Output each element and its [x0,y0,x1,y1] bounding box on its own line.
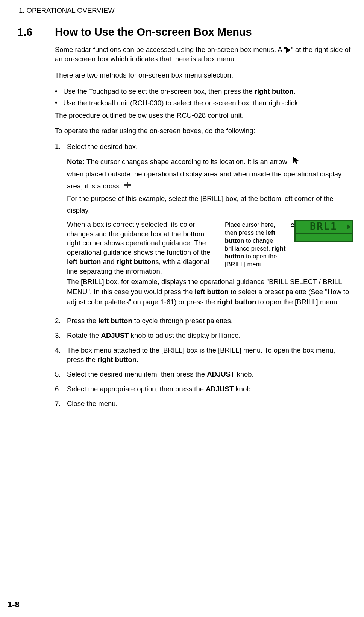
followup-bold: right button [217,298,256,306]
step-7: 7. Close the menu. [55,399,353,409]
note-text-e: For the purpose of this example, select … [67,195,334,214]
figure-wrap: When a box is correctly selected, its co… [67,220,353,277]
followup-bold: left button [195,288,229,296]
bullet-marker: • [55,87,63,96]
bullet-content: Use the trackball unit (RCU-030) to sele… [63,99,300,108]
fig-bold: right button [117,258,156,266]
fig-text: When a box is correctly selected, its co… [67,220,211,257]
step-bold: left button [98,317,132,325]
leader-line-icon [286,225,292,225]
numbered-list: 1. Select the desired box. Note: The cur… [8,142,356,409]
note-label: Note: [67,158,85,166]
step-content: Select the appropriate option, then pres… [67,384,353,394]
step-content: The box menu attached to the [BRILL] box… [67,346,353,365]
section-heading: 1.6 How to Use the On-screen Box Menus [8,26,356,38]
brl-box: BRL1 [294,220,353,242]
step-bold: right button [97,356,136,363]
step-number: 4. [55,346,67,365]
brl-box-top: BRL1 [294,220,353,234]
cross-cursor-icon [124,181,131,192]
bullet-item-2: • Use the trackball unit (RCU-030) to se… [55,99,353,108]
step-1a: Select the desired box. [67,142,353,152]
step-number: 5. [55,370,67,379]
brl-arrow-icon [347,224,350,230]
brl-box-bottom [294,234,353,242]
step-text: Select the desired menu item, then press… [67,370,207,378]
fig-text: and [101,258,116,266]
step-text: knob to adjust the display brilliance. [129,331,241,339]
note-text-b: The cursor changes shape according to it… [85,158,287,166]
bullet-item-1: • Use the Touchpad to select the on-scre… [55,87,353,96]
section-title: How to Use the On-screen Box Menus [55,26,252,38]
brl-label: BRL1 [310,220,337,233]
chapter-header: 1. OPERATIONAL OVERVIEW [8,6,356,15]
bullet-marker: • [55,99,63,108]
fig-bold: left button [67,258,101,266]
step-bold: ADJUST [206,385,234,393]
step-1-followup: The [BRILL] box, for example, displays t… [67,277,353,307]
bullet-list: • Use the Touchpad to select the on-scre… [8,87,356,108]
step-text: . [136,356,138,363]
step-text: to cycle through preset palettes. [132,317,233,325]
intro-text-a: Some radar functions can be accessed usi… [55,46,286,53]
followup-text: to open the [BRILL] menu. [256,298,339,306]
figure-left-text: When a box is correctly selected, its co… [67,220,225,277]
step-number: 6. [55,384,67,394]
step-content: Select the desired box. Note: The cursor… [67,142,353,311]
note-text-c: when placed outside the operational disp… [67,170,341,190]
step-text: Select the appropriate option, then pres… [67,385,206,393]
intro-paragraph-1: Some radar functions can be accessed usi… [8,45,356,64]
figure-caption: Place cursor here, then press the left b… [225,220,286,269]
step-number: 3. [55,331,67,340]
section-number: 1.6 [17,26,55,38]
step-text: Press the [67,317,98,325]
step-text: knob. [234,385,252,393]
step-1: 1. Select the desired box. Note: The cur… [55,142,353,311]
step-text: knob. [235,370,253,378]
step-number: 2. [55,316,67,326]
step-number: 7. [55,399,67,409]
intro-paragraph-2: There are two methods for on-screen box … [8,71,356,80]
arrow-cursor-icon [292,156,300,168]
procedure-line-1: The procedure outlined below uses the RC… [8,111,356,120]
step-1-note: Note: The cursor changes shape according… [67,156,353,216]
step-bold: ADJUST [207,370,235,378]
step-content: Select the desired menu item, then press… [67,370,353,379]
step-bold: ADJUST [101,331,129,339]
procedure-line-2: To operate the radar using the on-screen… [8,126,356,136]
step-number: 1. [55,142,67,311]
bullet-bold: right button [255,87,294,95]
bullet-content: Use the Touchpad to select the on-screen… [63,87,296,96]
step-2: 2. Press the left button to cycle throug… [55,316,353,326]
step-5: 5. Select the desired menu item, then pr… [55,370,353,379]
bullet-text: Use the Touchpad to select the on-screen… [63,87,255,95]
step-4: 4. The box menu attached to the [BRILL] … [55,346,353,365]
step-6: 6. Select the appropriate option, then p… [55,384,353,394]
note-text-d: . [135,182,137,190]
play-triangle-icon [286,47,291,53]
svg-rect-1 [124,184,131,186]
page-number: 1-8 [8,600,20,609]
step-content: Press the left button to cycle through p… [67,316,353,326]
step-3: 3. Rotate the ADJUST knob to adjust the … [55,331,353,340]
step-content: Rotate the ADJUST knob to adjust the dis… [67,331,353,340]
figure-right: Place cursor here, then press the left b… [225,220,353,269]
bullet-text-end: . [294,87,296,95]
step-content: Close the menu. [67,399,353,409]
step-text: Rotate the [67,331,101,339]
